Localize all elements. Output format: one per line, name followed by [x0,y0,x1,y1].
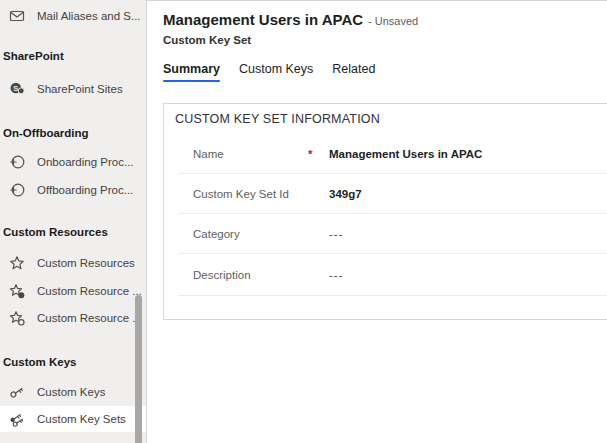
sidebar-item-custom-key-sets[interactable]: Custom Key Sets [0,406,146,432]
tab-related[interactable]: Related [332,62,375,82]
sidebar-item-label: Offboarding Proc... [37,184,133,196]
field-row-custom-key-set-id: Custom Key Set Id 349g7 [178,174,607,214]
section-title: CUSTOM KEY SET INFORMATION [164,104,607,126]
sidebar-nav: Mail Aliases and S... SharePoint S Share… [0,0,147,443]
field-rows: Name * Management Users in APAC Custom K… [164,134,607,319]
onboarding-icon [9,154,25,170]
sidebar-item-label: Custom Resource ... [37,285,142,297]
page-title: Management Users in APAC [163,11,363,28]
entity-type-label: Custom Key Set [163,34,607,46]
custom-key-set-info-card: CUSTOM KEY SET INFORMATION Name * Manage… [163,103,607,320]
offboarding-icon [9,182,25,198]
star-gear-icon [9,310,25,326]
sidebar-item-sharepoint-sites[interactable]: S SharePoint Sites [0,76,146,102]
sidebar-group-on-offboarding: On-Offboarding [3,124,89,142]
sidebar-item-label: Mail Aliases and S... [37,10,141,22]
sidebar-item-custom-resource-2[interactable]: Custom Resource ... [0,278,146,304]
field-label: Category [193,228,308,240]
tab-custom-keys[interactable]: Custom Keys [239,62,313,82]
sidebar-group-custom-keys: Custom Keys [3,353,77,371]
svg-text:S: S [13,84,18,93]
mail-icon [9,8,25,24]
sidebar-item-label: Onboarding Proc... [37,156,134,168]
form-tabs: Summary Custom Keys Related [163,62,607,82]
sidebar-group-sharepoint: SharePoint [3,47,64,65]
field-label: Description [193,269,308,281]
sidebar-item-custom-resources[interactable]: Custom Resources [0,250,146,276]
tab-summary[interactable]: Summary [163,62,220,82]
sidebar-item-label: Custom Keys [37,386,105,398]
star-badge-icon [9,283,25,299]
sharepoint-icon: S [9,81,25,97]
field-row-description: Description --- [178,254,607,296]
sidebar-item-custom-keys[interactable]: Custom Keys [0,379,146,405]
field-value-category[interactable]: --- [328,228,600,240]
main-content: Management Users in APAC- Unsaved Custom… [147,0,607,443]
sidebar-item-mail-aliases[interactable]: Mail Aliases and S... [0,3,146,29]
record-header: Management Users in APAC- Unsaved Custom… [147,1,607,46]
field-row-name: Name * Management Users in APAC [178,134,607,174]
sidebar-scrollbar[interactable] [135,295,142,443]
sidebar-item-custom-resource-3[interactable]: Custom Resource ... [0,305,146,331]
star-icon [9,255,25,271]
sidebar-item-label: Custom Resources [37,257,135,269]
sidebar-item-offboarding[interactable]: Offboarding Proc... [0,177,146,203]
sidebar-item-label: Custom Resource ... [37,312,142,324]
field-label: Custom Key Set Id [193,188,308,200]
unsaved-status: - Unsaved [368,15,418,27]
field-row-category: Category --- [178,214,607,254]
sidebar-item-label: Custom Key Sets [37,413,126,425]
sidebar-group-custom-resources: Custom Resources [3,223,108,241]
key-icon [9,384,25,400]
key-set-icon [9,411,25,427]
sidebar-item-onboarding[interactable]: Onboarding Proc... [0,149,146,175]
field-value-name[interactable]: Management Users in APAC [328,148,600,160]
field-value-id[interactable]: 349g7 [328,188,600,200]
field-value-description[interactable]: --- [328,269,600,281]
required-asterisk: * [308,148,328,160]
sidebar-item-label: SharePoint Sites [37,83,123,95]
field-label: Name [193,148,308,160]
